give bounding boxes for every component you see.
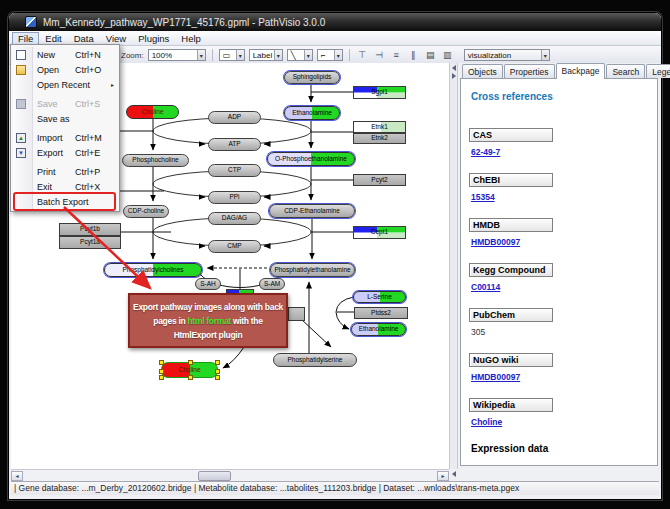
pathway-node-dag-ag[interactable]: DAG/AG [208,212,261,225]
menu-view[interactable]: View [100,32,132,45]
gene-box-pcyt1b[interactable]: Pcyt1b [59,223,121,236]
gene-box-pcyt1a[interactable]: Pcyt1a [59,236,121,249]
xref-section-cas: CAS62-49-7 [469,128,649,157]
distribute-horizontal-icon[interactable]: ≡ [390,50,403,60]
selection-handle[interactable] [188,375,193,380]
xref-section-kegg-compound: Kegg CompoundC00114 [469,263,649,292]
gene-box-cept1[interactable]: Cept1 [353,226,406,239]
selection-handle[interactable] [159,360,164,365]
xref-link[interactable]: Choline [471,417,649,427]
tab-objects[interactable]: Objects [462,64,503,78]
gene-box-pcyt2[interactable]: Pcyt2 [353,174,406,186]
tab-search[interactable]: Search [606,64,645,78]
pathway-node-cdp-ethanolamine[interactable]: CDP-Ethanolamine [269,204,355,218]
menu-data[interactable]: Data [68,32,100,45]
pathway-node-ethanolamine[interactable]: Ethanolamine [284,106,340,120]
callout-line2: pages in html format with the [130,314,286,328]
gene-box-unlabeled[interactable] [288,307,305,321]
pathway-node-adp[interactable]: ADP [208,111,261,124]
visualization-combobox[interactable]: visualization ▾ [464,49,550,61]
tab-legend[interactable]: Legend [646,64,670,78]
import-icon: ▲ [16,133,26,143]
chevron-down-icon[interactable]: ▾ [236,50,244,60]
file-menu-item-label: Open Recent [37,80,90,90]
pathway-node-ctp[interactable]: CTP [208,164,261,177]
common-height-icon[interactable]: ▥ [441,50,454,60]
file-menu-item-print[interactable]: PrintCtrl+P [11,164,119,179]
canvas-horizontal-scrollbar[interactable]: ◂ ▸ [11,469,449,481]
file-menu-item-new[interactable]: NewCtrl+N [11,47,119,62]
pathway-node-phosphatidylcholines[interactable]: Phosphatidylcholines [104,263,202,277]
xref-link[interactable]: C00114 [471,282,649,292]
scroll-left-icon[interactable]: ◂ [11,471,23,481]
zoom-combobox[interactable]: 100% ▾ [148,49,206,61]
pathway-node-atp[interactable]: ATP [208,138,261,151]
line-tool-combobox[interactable]: ╲ ▾ [287,49,313,61]
pathway-node-s-ah[interactable]: S-AH [195,278,221,290]
pathway-node-sphingolipids[interactable]: Sphingolipids [284,71,340,84]
collapse-left-icon[interactable] [452,65,456,71]
scrollbar-thumb[interactable] [198,471,231,481]
menu-plugins[interactable]: Plugins [132,32,175,45]
pathway-node-phosphocholine[interactable]: Phosphocholine [122,154,189,167]
splitpane-divider[interactable] [449,63,458,469]
scroll-right-icon[interactable]: ▸ [437,471,449,481]
file-menu-item-export[interactable]: ▼ExportCtrl+E [11,145,119,160]
menu-help[interactable]: Help [175,32,207,45]
chevron-down-icon[interactable]: ▾ [274,50,282,60]
pathway-node-choline[interactable]: Choline [126,105,179,119]
selection-handle[interactable] [159,375,164,380]
file-menu-item-exit[interactable]: ExitCtrl+X [11,179,119,194]
chevron-down-icon[interactable]: ▾ [304,50,312,60]
selection-handle[interactable] [215,369,220,374]
file-menu-item-batch-export[interactable]: Batch Export [11,194,119,209]
pathway-node-l-serine[interactable]: L-Serine [353,291,406,303]
xref-link[interactable]: 62-49-7 [471,147,649,157]
pathway-node-cdp-choline[interactable]: CDP-choline [123,205,169,218]
tab-properties[interactable]: Properties [504,64,555,78]
pathway-node-cmp[interactable]: CMP [208,240,261,253]
gene-box-ptdss2[interactable]: Ptdss2 [354,307,408,319]
pathway-node-ppi[interactable]: PPi [208,191,261,204]
pathway-node-o-phosphoethanolamine[interactable]: O-Phosphoethanolamine [267,152,355,166]
selection-handle[interactable] [159,369,164,374]
chevron-down-icon[interactable]: ▾ [197,50,205,60]
selection-handle[interactable] [215,375,220,380]
title-bar[interactable]: Mm_Kennedy_pathway_WP1771_45176.gpml - P… [9,13,661,31]
open-folder-icon [16,65,26,75]
gene-box-etnk2[interactable]: Etnk2 [353,133,406,144]
connector-tool-combobox[interactable]: ⌐ ▾ [317,49,343,61]
pathway-node-phosphatidylserine[interactable]: Phosphatidylserine [273,353,357,367]
xref-link[interactable]: 15354 [471,192,649,202]
chevron-down-icon[interactable]: ▾ [334,50,342,60]
gene-box-sgpl1[interactable]: Sgpl1 [353,86,406,99]
align-center-y-icon[interactable]: ⊣ [373,50,386,60]
collapse-left-icon[interactable] [452,471,456,477]
file-menu-item-label: Save [37,99,58,109]
xref-link[interactable]: HMDB00097 [471,372,649,382]
xref-link[interactable]: HMDB00097 [471,237,649,247]
file-menu-item-open-recent[interactable]: Open Recent▸ [11,77,119,92]
file-menu-item-open[interactable]: OpenCtrl+O [11,62,119,77]
backpage-sections: CAS62-49-7ChEBI15354HMDBHMDB00097Kegg Co… [469,128,649,427]
selection-handle[interactable] [188,360,193,365]
file-menu-item-save-as[interactable]: Save as [11,111,119,126]
pathway-node-choline[interactable]: Choline [161,362,218,378]
distribute-vertical-icon[interactable]: ∥ [407,50,420,60]
file-menu-item-import[interactable]: ▲ImportCtrl+M [11,130,119,145]
datanode-shape-combobox[interactable]: ▭ ▾ [219,49,245,61]
menu-file[interactable]: File [12,32,39,45]
pathway-node-ethanolamine[interactable]: Ethanolamine [351,323,406,336]
chevron-down-icon[interactable]: ▾ [541,50,549,60]
label-tool-combobox[interactable]: Label ▾ [249,49,283,61]
align-center-x-icon[interactable]: ⊤ [356,50,369,60]
window-title: Mm_Kennedy_pathway_WP1771_45176.gpml - P… [43,17,325,28]
gene-box-etnk1[interactable]: Etnk1 [353,121,406,133]
pathway-node-phosphatidylethanolamine[interactable]: Phosphatidylethanolamine [270,263,355,277]
collapse-right-icon[interactable] [452,73,456,79]
tab-backpage[interactable]: Backpage [556,63,606,79]
common-width-icon[interactable]: ▤ [424,50,437,60]
selection-handle[interactable] [215,360,220,365]
pathway-node-s-am[interactable]: S-AM [259,278,285,290]
menu-edit[interactable]: Edit [39,32,67,45]
